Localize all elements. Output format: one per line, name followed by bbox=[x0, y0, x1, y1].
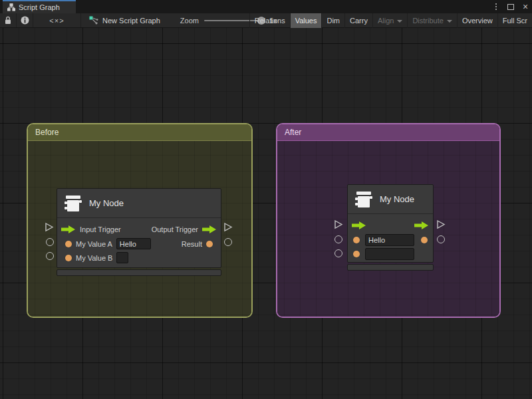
input-trigger-label: Input Trigger bbox=[80, 225, 121, 233]
toolbar-button-overview[interactable]: Overview bbox=[457, 13, 497, 28]
value-b-input[interactable] bbox=[365, 248, 414, 260]
chevron-down-icon bbox=[447, 20, 452, 23]
flow-output-port[interactable] bbox=[202, 225, 217, 234]
lock-button[interactable] bbox=[0, 13, 17, 27]
graph-value-port-left[interactable] bbox=[334, 235, 342, 243]
graph-flow-port-left[interactable] bbox=[334, 219, 343, 229]
tab-title: Script Graph bbox=[19, 3, 60, 11]
toolbar-button-fullscreen[interactable]: Full Scr bbox=[497, 13, 532, 28]
node-before-header[interactable]: My Node bbox=[57, 189, 221, 218]
my-value-a-label: My Value A bbox=[76, 240, 112, 248]
node-after-header[interactable]: My Node bbox=[348, 185, 433, 214]
script-graph-icon bbox=[89, 16, 98, 25]
window-menu-button[interactable] bbox=[491, 1, 501, 12]
graph-value-port-left[interactable] bbox=[334, 249, 342, 257]
graph-hierarchy-icon bbox=[7, 3, 15, 11]
group-before-header[interactable]: Before bbox=[28, 124, 251, 141]
graph-value-port-left[interactable] bbox=[46, 252, 54, 260]
graph-flow-port-right[interactable] bbox=[436, 219, 446, 229]
graph-value-port-right[interactable] bbox=[437, 235, 445, 243]
node-after-title: My Node bbox=[380, 194, 414, 204]
node-before-footer bbox=[57, 269, 221, 276]
toolbar-button-relations[interactable]: Relations bbox=[249, 13, 290, 28]
lock-icon bbox=[4, 16, 12, 25]
node-my-node-after[interactable]: My Node bbox=[347, 184, 434, 263]
node-before-title: My Node bbox=[89, 198, 124, 208]
flow-input-port[interactable] bbox=[61, 225, 76, 234]
toolbar-button-distribute[interactable]: Distribute bbox=[407, 13, 456, 28]
port-row-value-a bbox=[348, 233, 433, 247]
code-icon: <×> bbox=[49, 17, 64, 25]
toolbar-button-carry[interactable]: Carry bbox=[344, 13, 372, 28]
port-row-value-b: My Value B bbox=[57, 251, 221, 265]
info-icon bbox=[21, 16, 29, 25]
distribute-label: Distribute bbox=[412, 17, 443, 25]
chevron-down-icon bbox=[397, 20, 402, 23]
value-input-port-a[interactable] bbox=[65, 241, 72, 247]
info-button[interactable] bbox=[17, 13, 33, 27]
value-output-port-result[interactable] bbox=[206, 241, 213, 247]
node-my-node-before[interactable]: My Node Input Trigger Output Trigger My … bbox=[57, 188, 221, 268]
close-icon: × bbox=[523, 1, 528, 12]
unit-icon bbox=[64, 194, 82, 213]
group-after-header[interactable]: After bbox=[277, 124, 499, 141]
window-maximize-button[interactable] bbox=[505, 1, 516, 12]
graph-name-label: New Script Graph bbox=[102, 17, 160, 25]
graph-canvas[interactable]: Before After My Node Input Trigger bbox=[0, 28, 532, 399]
graph-flow-port-right[interactable] bbox=[223, 222, 233, 232]
value-input-port-b[interactable] bbox=[65, 255, 72, 261]
group-after-title: After bbox=[285, 128, 301, 137]
align-label: Align bbox=[378, 17, 394, 25]
toolbar-button-dim[interactable]: Dim bbox=[321, 13, 344, 28]
window-tab-bar: Script Graph × bbox=[0, 0, 532, 13]
port-row-value-b bbox=[348, 247, 433, 261]
node-after-footer bbox=[347, 264, 434, 271]
tab-script-graph[interactable]: Script Graph bbox=[3, 0, 76, 13]
group-before-title: Before bbox=[35, 128, 59, 137]
value-input-port-b[interactable] bbox=[353, 251, 360, 257]
port-row-value-a: My Value A Result bbox=[57, 237, 221, 251]
graph-flow-port-left[interactable] bbox=[45, 222, 54, 232]
value-b-input[interactable] bbox=[116, 252, 128, 263]
window-close-button[interactable]: × bbox=[520, 1, 531, 12]
value-input-port-a[interactable] bbox=[353, 237, 360, 243]
toolbar-button-values[interactable]: Values bbox=[290, 13, 322, 28]
maximize-icon bbox=[507, 4, 514, 10]
code-view-button[interactable]: <×> bbox=[33, 13, 81, 27]
value-output-port-result[interactable] bbox=[421, 237, 428, 243]
flow-input-port[interactable] bbox=[352, 221, 366, 230]
my-value-b-label: My Value B bbox=[76, 254, 112, 262]
kebab-menu-icon bbox=[495, 3, 497, 10]
graph-value-port-right[interactable] bbox=[224, 238, 232, 246]
port-row-trigger bbox=[348, 218, 433, 233]
flow-output-port[interactable] bbox=[414, 221, 429, 230]
zoom-label: Zoom bbox=[180, 17, 199, 25]
result-label: Result bbox=[182, 240, 202, 248]
toolbar-button-align[interactable]: Align bbox=[372, 13, 407, 28]
output-trigger-label: Output Trigger bbox=[152, 225, 198, 233]
unit-icon bbox=[354, 190, 373, 209]
graph-title-area: New Script Graph bbox=[81, 13, 167, 27]
port-row-trigger: Input Trigger Output Trigger bbox=[57, 222, 221, 237]
graph-toolbar: <×> New Script Graph Zoom 1x Relations V… bbox=[0, 13, 532, 28]
graph-value-port-left[interactable] bbox=[46, 238, 54, 246]
value-a-input[interactable] bbox=[116, 238, 151, 249]
value-a-input[interactable] bbox=[365, 234, 414, 246]
